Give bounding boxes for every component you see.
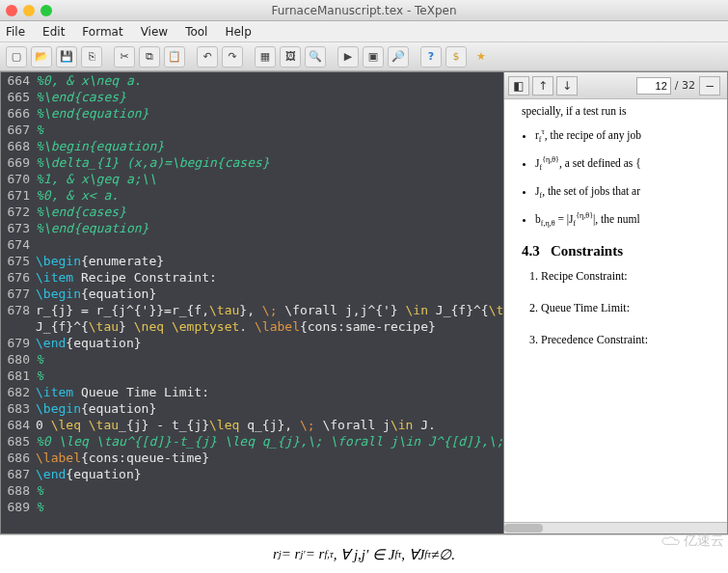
window-title: FurnaceManuscript.tex - TeXpen (271, 4, 456, 17)
preview-bullet: rfτ, the recipe of any job (535, 126, 719, 145)
run-icon[interactable]: ▶ (337, 46, 359, 68)
page-total: / 32 (675, 79, 695, 92)
watermark: 亿速云 (661, 532, 724, 550)
terminal-icon[interactable]: ▣ (363, 46, 384, 68)
page-down-icon[interactable]: ↓ (556, 76, 578, 96)
menubar: File Edit Format View Tool Help (0, 21, 728, 42)
line-gutter: 6646656666676686696706716726736746756766… (1, 72, 34, 515)
save-all-icon[interactable]: ⎘ (81, 46, 102, 68)
grid-icon[interactable]: ▦ (255, 46, 276, 68)
page-current-input[interactable] (636, 77, 671, 95)
zoom-out-icon[interactable]: − (699, 76, 720, 96)
maximize-icon[interactable] (40, 5, 52, 16)
help-circle-icon[interactable]: ? (420, 46, 442, 68)
preview-enum-item: Recipe Constraint: (541, 269, 719, 284)
page-indicator: / 32 − (636, 76, 723, 96)
sidebar-toggle-icon[interactable]: ◧ (508, 76, 529, 96)
section-heading: 4.3 Constraints (522, 243, 719, 259)
menu-format[interactable]: Format (82, 25, 122, 39)
zoom-icon[interactable]: 🔍 (305, 46, 326, 68)
minimize-icon[interactable] (23, 5, 35, 16)
preview-toolbar: ◧ ↑ ↓ / 32 − (504, 72, 727, 99)
preview-enum-item: Queue Time Limit: (541, 301, 719, 315)
menu-tool[interactable]: Tool (185, 25, 207, 39)
page-up-icon[interactable]: ↑ (532, 76, 553, 96)
menu-file[interactable]: File (6, 25, 25, 39)
menu-view[interactable]: View (141, 25, 168, 39)
copy-icon[interactable]: ⧉ (139, 46, 160, 68)
star-icon[interactable]: ★ (471, 46, 492, 68)
dollar-icon[interactable]: $ (445, 46, 467, 68)
preview-intro: specially, if a test run is (522, 105, 719, 117)
formula-preview: rj = rj′ = rf,τ, ∀ j,j′ ∈ Jfτ, ∀Jfτ≠∅. (0, 534, 728, 573)
cut-icon[interactable]: ✂ (114, 46, 135, 68)
content-area: 6646656666676686696706716726736746756766… (0, 71, 728, 534)
open-icon[interactable]: 📂 (31, 46, 52, 68)
preview-bullet: Jf, the set of jobs that ar (535, 183, 719, 202)
close-icon[interactable] (6, 5, 17, 16)
new-icon[interactable]: ▢ (6, 46, 27, 68)
menu-help[interactable]: Help (225, 25, 251, 39)
undo-icon[interactable]: ↶ (197, 46, 218, 68)
redo-icon[interactable]: ↷ (222, 46, 243, 68)
paste-icon[interactable]: 📋 (164, 46, 185, 68)
toolbar: ▢ 📂 💾 ⎘ ✂ ⧉ 📋 ↶ ↷ ▦ 🖼 🔍 ▶ ▣ 🔎 ? $ ★ (0, 42, 728, 71)
preview-bullet: bf,η,θ = |Jf{η,θ}|, the numl (535, 210, 719, 229)
preview-enum-item: Precedence Constraint: (541, 333, 719, 347)
code-body[interactable]: %0, & x\neq a.%\end{cases}%\end{equation… (36, 72, 503, 515)
preview-body[interactable]: specially, if a test run is rfτ, the rec… (504, 99, 727, 522)
find-icon[interactable]: 🔎 (388, 46, 409, 68)
pdf-preview: ◧ ↑ ↓ / 32 − specially, if a test run is… (503, 72, 727, 533)
image-icon[interactable]: 🖼 (280, 46, 301, 68)
preview-bullets: rfτ, the recipe of any jobJf{η,θ}, a set… (522, 126, 719, 230)
preview-bullet: Jf{η,θ}, a set defined as { (535, 154, 719, 173)
code-editor[interactable]: 6646656666676686696706716726736746756766… (1, 72, 503, 533)
menu-edit[interactable]: Edit (42, 25, 65, 39)
titlebar: FurnaceManuscript.tex - TeXpen (0, 0, 728, 21)
preview-enum: Recipe Constraint:Queue Time Limit:Prece… (522, 269, 719, 347)
save-icon[interactable]: 💾 (56, 46, 77, 68)
